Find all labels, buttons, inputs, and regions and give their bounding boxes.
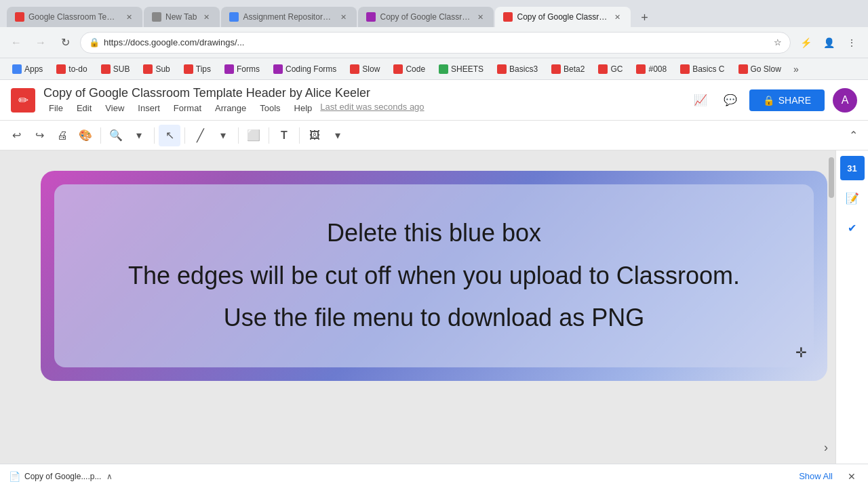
doc-header: ✏ Copy of Google Classroom Template Head… [0,80,868,121]
chevron-right-icon[interactable]: › [816,438,835,457]
banner-inner-box[interactable]: Delete this blue box The edges will be c… [54,184,814,367]
undo-button[interactable]: ↩ [5,125,27,146]
address-bar-row: ← → ↻ 🔒 https://docs.google.com/drawings… [0,27,868,58]
notes-icon[interactable]: 📝 [840,186,865,210]
bookmark-code-label: Code [406,64,425,74]
menu-file[interactable]: File [43,102,68,115]
bookmark-sub1-favicon [101,64,111,74]
tab-2-close[interactable]: ✕ [201,12,212,22]
last-edit: Last edit was seconds ago [320,102,424,115]
line-tool-button[interactable]: ╱ [189,125,211,146]
bookmark-code[interactable]: Code [388,62,431,76]
back-button[interactable]: ← [7,33,26,52]
share-button[interactable]: 🔒 SHARE [749,89,825,111]
comments-icon[interactable]: 💬 [719,89,741,111]
zoom-dropdown[interactable]: ▾ [128,125,150,146]
bookmark-sheets[interactable]: SHEETS [433,62,489,76]
redo-button[interactable]: ↪ [28,125,50,146]
tasks-icon[interactable]: ✔ [840,216,865,240]
menu-edit[interactable]: Edit [71,102,97,115]
drawing-toolbar: ↩ ↪ 🖨 🎨 🔍 ▾ ↖ ╱ ▾ ⬜ T 🖼 [0,121,868,150]
bookmark-tips-favicon [184,64,193,74]
collapse-toolbar-button[interactable]: ⌃ [844,126,863,145]
bookmark-todo-label: to-do [68,64,87,74]
bookmark-008[interactable]: #008 [631,62,672,76]
doc-title-area: Copy of Google Classroom Template Header… [43,86,682,115]
select-tool-button[interactable]: ↖ [159,125,180,146]
zoom-button[interactable]: 🔍 [105,125,127,146]
bookmark-todo[interactable]: to-do [51,62,92,76]
address-bar[interactable]: 🔒 https://docs.google.com/drawings/... ☆ [80,32,791,54]
forward-button[interactable]: → [31,33,50,52]
image-tool-dropdown[interactable]: ▾ [327,125,349,146]
tab-3[interactable]: Assignment Repository 201... ✕ [221,7,357,27]
browser-toolbar-icons: ⚡ 👤 ⋮ [796,33,861,52]
bookmark-basics3-label: Basics3 [509,64,538,74]
menu-help[interactable]: Help [289,102,318,115]
paint-format-button[interactable]: 🎨 [75,125,96,146]
toolbar-divider-6 [299,127,300,144]
reload-button[interactable]: ↻ [56,33,75,52]
bookmark-sub1[interactable]: SUB [96,62,136,76]
menu-insert[interactable]: Insert [132,102,165,115]
bookmark-goslow[interactable]: Go Slow [733,62,787,76]
menu-tools[interactable]: Tools [254,102,285,115]
bookmark-sub1-label: SUB [113,64,130,74]
menu-arrange[interactable]: Arrange [210,102,252,115]
tab-2[interactable]: New Tab ✕ [144,7,220,27]
bookmark-slow[interactable]: Slow [344,62,385,76]
star-icon[interactable]: ☆ [774,37,782,47]
status-caret[interactable]: ∧ [106,472,113,481]
crosshair-icon[interactable]: ✛ [795,344,807,361]
calendar-icon[interactable]: 31 [840,156,865,180]
tools-group: ↖ ╱ ▾ ⬜ T 🖼 ▾ [159,125,349,146]
bookmark-goslow-label: Go Slow [751,64,781,74]
menu-format[interactable]: Format [168,102,207,115]
canvas-area[interactable]: Delete this blue box The edges will be c… [0,150,868,464]
vertical-scrollbar[interactable] [827,150,835,436]
bookmark-sub2[interactable]: Sub [138,62,175,76]
profile-icon[interactable]: 👤 [819,33,838,52]
toolbar-divider-3 [184,127,185,144]
bookmark-sub2-favicon [143,64,153,74]
shape-tool-button[interactable]: ⬜ [243,125,264,146]
activity-icon[interactable]: 📈 [690,89,711,111]
bookmarks-more[interactable]: » [789,62,803,77]
bookmark-gc[interactable]: GC [593,62,628,76]
user-avatar[interactable]: A [833,88,857,113]
tab-5[interactable]: Copy of Google Classroom ✕ [495,7,631,27]
bookmark-008-label: #008 [648,64,667,74]
main-content: ✏ Copy of Google Classroom Template Head… [0,80,868,488]
new-tab-button[interactable]: + [635,8,654,27]
bookmark-sub2-label: Sub [155,64,170,74]
extensions-icon[interactable]: ⚡ [796,33,815,52]
tab-4-close[interactable]: ✕ [475,12,486,22]
bookmark-beta2-favicon [551,64,561,74]
bookmark-basics3[interactable]: Basics3 [492,62,543,76]
bookmark-apps[interactable]: Apps [7,62,48,76]
bookmark-coding-forms[interactable]: Coding Forms [268,62,342,76]
image-tool-button[interactable]: 🖼 [304,125,326,146]
more-icon[interactable]: ⋮ [842,33,861,52]
toolbar-divider-4 [238,127,239,144]
show-all-button[interactable]: Show All [793,468,838,484]
doc-actions: 📈 💬 🔒 SHARE A [690,88,857,113]
line-tool-dropdown[interactable]: ▾ [212,125,234,146]
scrollbar-thumb[interactable] [829,157,834,198]
tab-1[interactable]: Google Classroom Templat... ✕ [7,7,142,27]
tab-5-favicon [503,12,513,22]
tab-3-close[interactable]: ✕ [338,12,349,22]
bookmark-forms[interactable]: Forms [219,62,265,76]
bookmark-basicsc[interactable]: Basics C [675,62,730,76]
doc-icon-symbol: ✏ [18,93,28,108]
bookmark-beta2[interactable]: Beta2 [546,62,590,76]
menu-view[interactable]: View [100,102,130,115]
text-tool-button[interactable]: T [273,125,295,146]
calendar-day: 31 [847,163,856,174]
dismiss-button[interactable]: ✕ [844,468,860,485]
tab-4[interactable]: Copy of Google Classroom... ✕ [358,7,494,27]
print-button[interactable]: 🖨 [52,125,73,146]
tab-1-close[interactable]: ✕ [123,12,134,22]
bookmark-tips[interactable]: Tips [178,62,216,76]
tab-5-close[interactable]: ✕ [612,12,623,22]
